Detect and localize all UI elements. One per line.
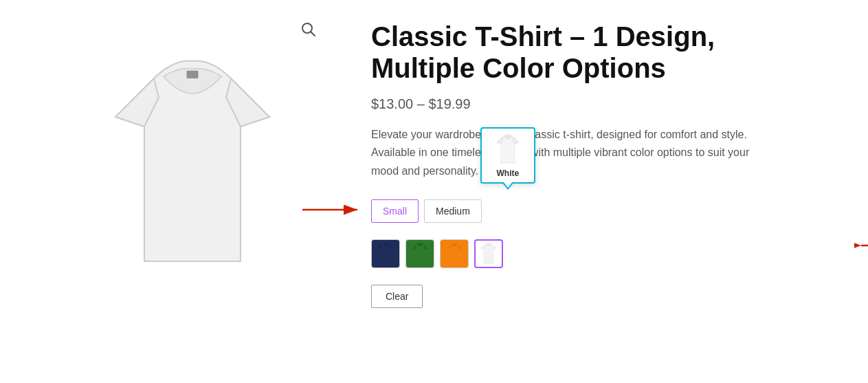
tooltip-color-label: White bbox=[496, 168, 519, 178]
size-arrow-indicator bbox=[302, 199, 364, 223]
clear-button[interactable]: Clear bbox=[371, 285, 423, 308]
product-title: Classic T-Shirt – 1 Design, Multiple Col… bbox=[371, 21, 783, 84]
svg-line-1 bbox=[311, 32, 315, 36]
product-description: Elevate your wardrobe with this classic … bbox=[371, 126, 770, 180]
color-swatch-green[interactable] bbox=[405, 239, 434, 268]
color-swatch-white[interactable] bbox=[474, 239, 503, 268]
color-swatches-row bbox=[371, 239, 841, 268]
size-medium-button[interactable]: Medium bbox=[424, 199, 482, 223]
product-price: $13.00 – $19.99 bbox=[371, 96, 841, 112]
size-selector-row: Small Medium Large White bbox=[371, 199, 841, 223]
color-arrow-indicator bbox=[854, 235, 868, 272]
page-container: Classic T-Shirt – 1 Design, Multiple Col… bbox=[0, 0, 868, 383]
color-tooltip-popup: White bbox=[480, 127, 535, 184]
size-large-wrapper: Large White bbox=[487, 199, 515, 223]
size-small-button[interactable]: Small bbox=[371, 199, 419, 223]
tooltip-tshirt-image bbox=[491, 133, 524, 166]
tooltip-arrow-inner bbox=[503, 182, 513, 188]
svg-rect-2 bbox=[187, 71, 199, 78]
magnify-icon[interactable] bbox=[300, 21, 316, 41]
product-image bbox=[89, 21, 296, 309]
product-details: Classic T-Shirt – 1 Design, Multiple Col… bbox=[357, 14, 841, 308]
color-swatch-orange[interactable] bbox=[440, 239, 469, 268]
product-image-area bbox=[27, 14, 357, 309]
color-swatch-navy[interactable] bbox=[371, 239, 400, 268]
